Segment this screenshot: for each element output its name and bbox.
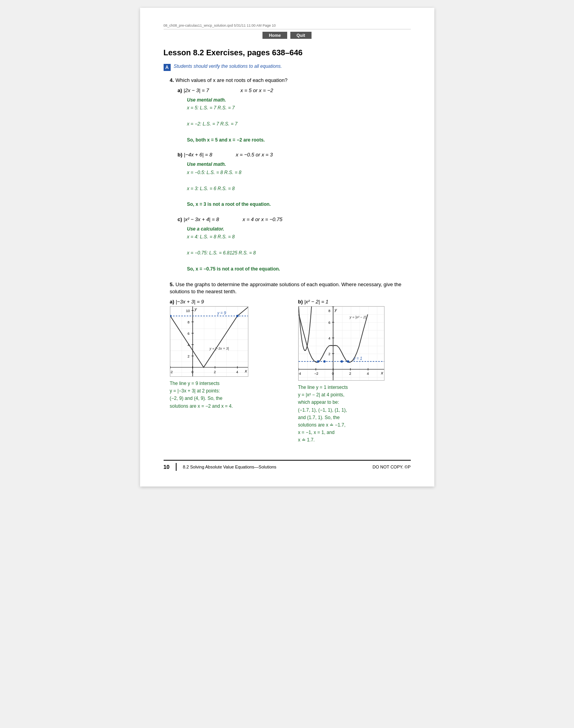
question-4a: a) |2x − 3| = 7 x = 5 or x = −2 Use ment… xyxy=(178,87,411,144)
svg-text:0: 0 xyxy=(332,372,334,376)
question-4a-method: Use mental math. xyxy=(187,97,226,103)
svg-text:6: 6 xyxy=(188,332,190,336)
question-4a-label: a) xyxy=(178,87,182,93)
page: 08_ch08_pre-calculas11_wncp_solution.qxd… xyxy=(140,8,434,487)
question-4b-row: b) |−4x + 6| = 8 x = −0.5 or x = 3 xyxy=(178,151,411,158)
question-4a-solution: Use mental math. x = 5: L.S. = 7 R.S. = … xyxy=(187,96,411,144)
question-4: 4. Which values of x are not roots of ea… xyxy=(170,76,411,273)
svg-text:y = 1: y = 1 xyxy=(353,356,362,361)
svg-rect-29 xyxy=(299,307,384,381)
svg-text:y = |x² − 2|: y = |x² − 2| xyxy=(349,315,366,319)
question-4b-equation: |−4x + 6| = 8 xyxy=(184,152,212,158)
svg-text:4: 4 xyxy=(188,343,190,347)
svg-text:10: 10 xyxy=(186,309,190,313)
question-4a-line1: x = 5: L.S. = 7 R.S. = 7 xyxy=(187,104,411,112)
svg-text:0: 0 xyxy=(191,370,193,374)
question-4b-answer: x = −0.5 or x = 3 xyxy=(236,152,273,158)
question-5: 5. Use the graphs to determine the appro… xyxy=(170,281,411,444)
svg-text:4: 4 xyxy=(328,336,330,340)
question-5a-col: a) |−3x + 3| = 9 xyxy=(170,299,282,410)
question-4b-line1: x = −0.5: L.S. = 8 R.S. = 8 xyxy=(187,169,411,176)
svg-text:y = 9: y = 9 xyxy=(217,311,226,315)
section-a-badge: A xyxy=(164,64,171,71)
svg-text:8: 8 xyxy=(188,320,190,324)
question-4-text: Which values of x are not roots of each … xyxy=(175,77,287,83)
question-5-graphs-row: a) |−3x + 3| = 9 xyxy=(170,299,411,444)
svg-point-35 xyxy=(341,360,343,363)
question-4-header: 4. Which values of x are not roots of ea… xyxy=(170,76,411,84)
question-4a-line3: So, both x = 5 and x = −2 are roots. xyxy=(187,136,411,144)
question-4c: c) |x² − 3x + 4| = 8 x = 4 or x = −0.75 … xyxy=(178,216,411,273)
question-4b-solution: Use mental math. x = −0.5: L.S. = 8 R.S.… xyxy=(187,160,411,208)
question-4b-label: b) xyxy=(178,152,182,158)
home-button[interactable]: Home xyxy=(262,32,287,39)
svg-text:y = |−3x + 3|: y = |−3x + 3| xyxy=(209,347,229,350)
question-4c-answer: x = 4 or x = −0.75 xyxy=(242,216,282,222)
question-5b-label: b) |x² − 2| = 1 xyxy=(298,299,411,305)
svg-text:2: 2 xyxy=(349,372,351,376)
question-4b-method: Use mental math. xyxy=(187,162,226,167)
graph-5a: y = 9 y = |−3x + 3| y x −2 0 xyxy=(170,306,248,377)
svg-point-5 xyxy=(236,315,239,317)
question-5-number: 5. xyxy=(170,281,174,287)
footer-copyright: DO NOT COPY. ©P xyxy=(373,465,411,469)
question-4a-equation: |2x − 3| = 7 xyxy=(184,87,209,93)
svg-point-33 xyxy=(317,360,319,363)
svg-text:−2: −2 xyxy=(314,372,318,376)
question-5a-label: a) |−3x + 3| = 9 xyxy=(170,299,282,305)
question-4b-line3: So, x = 3 is not a root of the equation. xyxy=(187,200,411,208)
svg-text:4: 4 xyxy=(236,370,238,374)
question-4c-solution: Use a calculator. x = 4: L.S. = 8 R.S. =… xyxy=(187,225,411,273)
question-4a-line2: x = −2: L.S. = 7 R.S. = 7 xyxy=(187,120,411,128)
svg-text:6: 6 xyxy=(328,321,330,325)
footer-description: 8.2 Solving Absolute Value Equations—Sol… xyxy=(183,465,366,469)
file-info: 08_ch08_pre-calculas11_wncp_solution.qxd… xyxy=(164,24,411,29)
svg-text:x: x xyxy=(381,370,383,375)
question-4c-label: c) xyxy=(178,216,182,222)
question-4b: b) |−4x + 6| = 8 x = −0.5 or x = 3 Use m… xyxy=(178,151,411,208)
question-4a-answer: x = 5 or x = −2 xyxy=(241,87,273,93)
question-4c-line2: x = −0.75: L.S. = 6.8125 R.S. = 8 xyxy=(187,249,411,257)
question-5-header: 5. Use the graphs to determine the appro… xyxy=(170,281,411,295)
question-4c-line1: x = 4: L.S. = 8 R.S. = 8 xyxy=(187,233,411,241)
question-4b-line2: x = 3: L.S. = 6 R.S. = 8 xyxy=(187,185,411,192)
question-4c-line3: So, x = −0.75 is not a root of the equat… xyxy=(187,265,411,273)
graph-5b: y = 1 y = |x² − 2| y x −4 −2 xyxy=(298,306,384,381)
footer-divider xyxy=(176,463,177,471)
svg-point-34 xyxy=(323,360,326,363)
section-a: A Students should verify the solutions t… xyxy=(164,64,411,71)
question-4c-row: c) |x² − 3x + 4| = 8 x = 4 or x = −0.75 xyxy=(178,216,411,223)
question-5b-description: The line y = 1 intersects y = |x² − 2| a… xyxy=(298,384,377,444)
nav-bar: Home Quit xyxy=(164,32,411,39)
svg-text:−2: −2 xyxy=(170,370,173,374)
footer: 10 8.2 Solving Absolute Value Equations—… xyxy=(164,460,411,471)
lesson-title: Lesson 8.2 Exercises, pages 638–646 xyxy=(164,48,411,57)
svg-text:−4: −4 xyxy=(298,372,301,376)
svg-point-36 xyxy=(347,360,349,363)
question-4-number: 4. xyxy=(170,77,174,83)
svg-text:x: x xyxy=(244,369,247,373)
quit-button[interactable]: Quit xyxy=(290,32,312,39)
svg-text:2: 2 xyxy=(188,354,190,358)
section-a-instruction: Students should verify the solutions to … xyxy=(174,64,282,69)
svg-text:4: 4 xyxy=(367,372,369,376)
question-5b-col: b) |x² − 2| = 1 xyxy=(298,299,411,444)
question-5-text: Use the graphs to determine the approxim… xyxy=(170,281,402,294)
question-5a-description: The line y = 9 intersects y = |−3x + 3| … xyxy=(170,380,248,410)
question-4c-equation: |x² − 3x + 4| = 8 xyxy=(184,216,219,222)
svg-text:2: 2 xyxy=(328,352,330,356)
svg-text:2: 2 xyxy=(214,370,216,374)
question-4c-method: Use a calculator. xyxy=(187,226,224,232)
question-4a-row: a) |2x − 3| = 7 x = 5 or x = −2 xyxy=(178,87,411,94)
svg-text:8: 8 xyxy=(328,309,330,313)
footer-page-number: 10 xyxy=(164,464,170,470)
